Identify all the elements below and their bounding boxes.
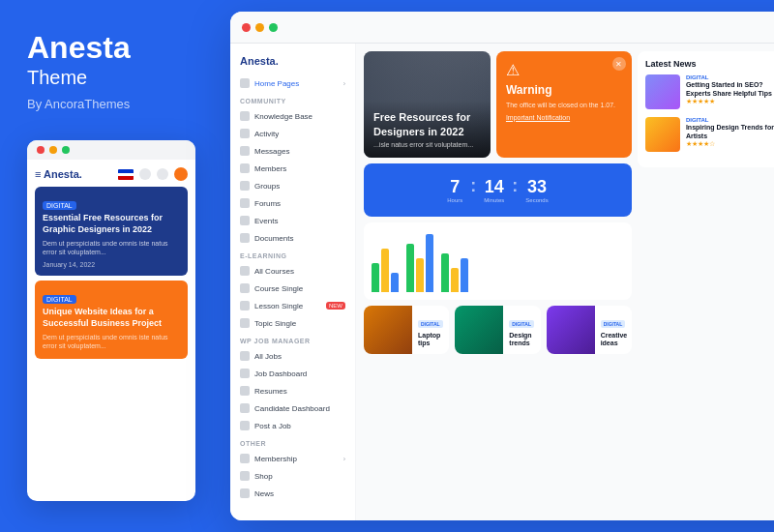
sidebar-item-all-jobs[interactable]: All Jobs — [230, 347, 355, 365]
brand-title: Anesta — [27, 31, 195, 65]
bar-blue-3 — [461, 258, 468, 292]
resumes-icon — [240, 386, 250, 396]
section-community: COMMUNITY — [230, 92, 355, 107]
sb-card-1: DIGITAL Essential Free Resources for Gra… — [35, 187, 188, 276]
chart-group-3 — [441, 253, 468, 292]
chart-group-1 — [372, 249, 399, 292]
warning-card: ✕ ⚠ Warning The office will be closed on… — [496, 51, 632, 158]
bb-dot-green — [269, 23, 278, 32]
news-card-title: Latest News — [645, 59, 774, 69]
hero-bg-image: Free Resources for Designers in 2022 ...… — [364, 51, 491, 158]
sidebar-item-membership[interactable]: Membership › — [230, 450, 355, 467]
sidebar-item-lesson-single[interactable]: Lesson Single NEW — [230, 297, 355, 314]
small-card-1-title: Laptop tips — [418, 332, 443, 348]
small-card-3-title: Creative ideas — [601, 332, 628, 348]
news-card: Latest News DIGITAL Getting Started in S… — [638, 51, 774, 167]
sb-chat-icon — [139, 168, 151, 180]
sidebar-item-knowledge[interactable]: Knowledge Base — [230, 107, 355, 125]
knowledge-icon — [240, 111, 250, 121]
bb-topbar: English ▾ 💬 🔔 🔍 Hi, Jack — [230, 12, 774, 44]
sb-icons — [118, 167, 188, 181]
activity-icon — [240, 129, 250, 138]
big-browser: English ▾ 💬 🔔 🔍 Hi, Jack Anesta. Home Pa… — [230, 12, 774, 520]
small-card-1: DIGITAL Laptop tips — [364, 306, 449, 354]
sidebar-item-groups[interactable]: Groups — [230, 177, 355, 194]
small-card-3-tag: DIGITAL — [601, 320, 626, 328]
brand-by: By AncoraThemes — [27, 97, 195, 111]
small-card-2-tag: DIGITAL — [509, 320, 534, 328]
members-icon — [240, 163, 250, 173]
sidebar-item-events[interactable]: Events — [230, 212, 355, 229]
events-icon — [240, 216, 250, 225]
news-item-1-title: Getting Started in SEO? Experts Share He… — [686, 80, 774, 98]
sb-card-1-date: January 14, 2022 — [43, 261, 180, 268]
sidebar-item-activity[interactable]: Activity — [230, 125, 355, 142]
hero-card: Free Resources for Designers in 2022 ...… — [364, 51, 491, 158]
sidebar-item-all-courses[interactable]: All Courses — [230, 262, 355, 280]
post-job-icon — [240, 421, 250, 430]
messages-icon — [240, 146, 250, 156]
countdown-sep-1: : — [470, 176, 476, 196]
bottom-cards-row: DIGITAL Laptop tips DIGITAL Design trend… — [364, 306, 632, 354]
sidebar-item-shop[interactable]: Shop — [230, 467, 355, 485]
small-card-1-content: DIGITAL Laptop tips — [412, 307, 449, 354]
sidebar-item-home[interactable]: Home Pages › — [230, 74, 355, 92]
sidebar-logo: Anesta. — [230, 51, 355, 74]
sidebar-item-job-dashboard[interactable]: Job Dashboard — [230, 365, 355, 382]
bb-main-grid: Free Resources for Designers in 2022 ...… — [356, 44, 774, 520]
warning-link[interactable]: Important Notification — [506, 114, 622, 121]
chart-group-2 — [406, 234, 433, 292]
warning-title: Warning — [506, 83, 622, 97]
sb-card-2: DIGITAL Unique Website Ideas for a Succe… — [35, 281, 188, 359]
groups-icon — [240, 181, 250, 191]
small-card-3-img — [547, 306, 595, 354]
right-panel: English ▾ 💬 🔔 🔍 Hi, Jack Anesta. Home Pa… — [223, 0, 774, 532]
sidebar-item-documents[interactable]: Documents — [230, 229, 355, 247]
documents-icon — [240, 233, 250, 243]
news-item-1-stars: ★★★★★ — [686, 98, 774, 105]
sidebar-item-candidate[interactable]: Candidate Dashboard — [230, 399, 355, 417]
sidebar-item-messages[interactable]: Messages — [230, 142, 355, 160]
sidebar-item-news[interactable]: News — [230, 485, 355, 502]
bar-green-2 — [406, 244, 414, 292]
bar-green-1 — [372, 263, 379, 292]
sb-card-1-text: Dem ut perspiciatis unde omnis iste natu… — [43, 239, 180, 258]
sb-logo: ≡ Anesta. — [35, 168, 82, 180]
sidebar-item-course-single[interactable]: Course Single — [230, 280, 355, 297]
sb-avatar — [174, 167, 188, 181]
news-thumb-1 — [645, 74, 680, 109]
hero-title: Free Resources for Designers in 2022 — [373, 110, 481, 138]
courses-icon — [240, 266, 250, 276]
dot-yellow — [49, 146, 57, 154]
bb-sidebar: Anesta. Home Pages › COMMUNITY Knowledge… — [230, 44, 356, 520]
sidebar-item-post-job[interactable]: Post a Job — [230, 417, 355, 434]
news-item-2-title: Inspiring Design Trends for Artists — [686, 123, 774, 140]
countdown-hours: 7 Hours — [447, 177, 462, 203]
small-card-2-content: DIGITAL Design trends — [503, 307, 540, 354]
small-card-2: DIGITAL Design trends — [455, 306, 540, 354]
chart-card — [364, 222, 632, 300]
countdown-sep-2: : — [512, 176, 518, 196]
topic-icon — [240, 318, 250, 328]
row-1: Free Resources for Designers in 2022 ...… — [364, 51, 632, 158]
new-badge: NEW — [326, 302, 345, 310]
news-item-2-content: DIGITAL Inspiring Design Trends for Arti… — [686, 117, 774, 152]
flag-icon — [118, 169, 134, 180]
job-dashboard-icon — [240, 369, 250, 378]
chevron-membership: › — [343, 456, 345, 462]
bb-main: Free Resources for Designers in 2022 ...… — [356, 44, 774, 520]
hero-text: ...isle natus error sit voluptatem... — [373, 141, 481, 148]
sidebar-item-resumes[interactable]: Resumes — [230, 382, 355, 399]
news-item-2-stars: ★★★★☆ — [686, 140, 774, 148]
sb-header: ≡ Anesta. — [35, 167, 188, 181]
small-card-2-title: Design trends — [509, 332, 534, 348]
sidebar-item-topic-single[interactable]: Topic Single — [230, 314, 355, 332]
warning-close-button[interactable]: ✕ — [612, 57, 626, 71]
sb-bell-icon — [157, 168, 168, 180]
dot-red — [37, 146, 45, 154]
bar-green-3 — [441, 253, 449, 292]
sidebar-item-forums[interactable]: Forums — [230, 194, 355, 212]
main-col-1: Free Resources for Designers in 2022 ...… — [364, 51, 632, 513]
section-other: OTHER — [230, 434, 355, 450]
sidebar-item-members[interactable]: Members — [230, 160, 355, 177]
